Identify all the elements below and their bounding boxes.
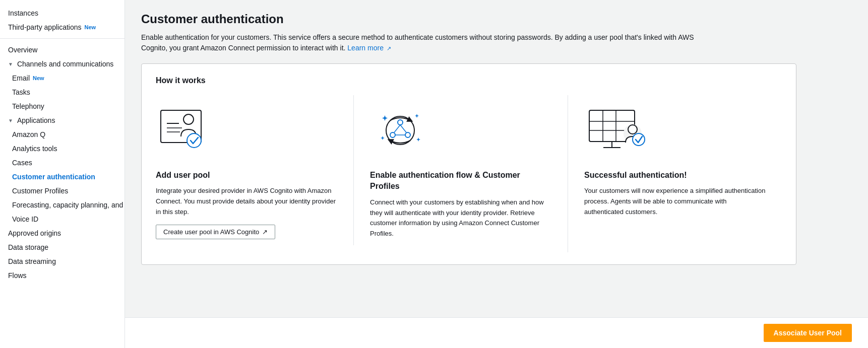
learn-more-link[interactable]: Learn more ↗ [347,44,391,52]
footer: Associate User Pool [125,317,868,348]
step-3: Successful authentication! Your customer… [568,95,782,231]
steps-container: Add user pool Integrate your desired pro… [156,95,782,252]
sidebar-item-data-streaming[interactable]: Data streaming [0,254,125,268]
sidebar-item-overview[interactable]: Overview [0,43,125,57]
sidebar-item-label: Cases [12,159,32,167]
sidebar-item-voice-id[interactable]: Voice ID [0,212,125,226]
how-it-works-card: How it works [141,63,796,265]
sidebar-item-tasks[interactable]: Tasks [0,85,125,99]
sidebar-item-label: Telephony [12,102,44,110]
sidebar-item-label: Data storage [8,243,48,251]
svg-point-7 [398,120,403,125]
step-1: Add user pool Integrate your desired pro… [156,95,354,245]
new-badge: New [33,75,44,81]
svg-point-4 [183,114,194,124]
sidebar-item-label: Channels and communications [17,60,113,68]
sidebar-item-label: Flows [8,271,27,280]
sidebar-item-email[interactable]: EmailNew [0,71,125,85]
chevron-icon: ▼ [8,118,13,123]
step-1-title: Add user pool [156,170,337,181]
svg-point-8 [390,132,395,137]
main-panel: Customer authentication Enable authentic… [125,0,868,348]
associate-user-pool-button[interactable]: Associate User Pool [764,324,852,342]
step-3-description: Your customers will now experience a sim… [584,186,766,217]
svg-point-22 [633,133,645,146]
sidebar-item-label: Tasks [12,88,30,96]
sidebar-item-customer-profiles[interactable]: Customer Profiles [0,184,125,198]
page-title: Customer authentication [141,12,852,26]
step-2-icon-area [370,101,551,162]
create-user-pool-button[interactable]: Create user pool in AWS Cognito ↗ [156,225,275,239]
svg-line-11 [400,125,406,132]
sidebar-item-label: Analytics tools [12,145,57,153]
step-2-icon [370,106,430,157]
step-1-icon-area [156,101,337,162]
sidebar-item-amazon-q[interactable]: Amazon Q [0,127,125,142]
sidebar-item-label: Forecasting, capacity planning, and sche… [12,201,125,209]
new-badge: New [85,24,96,30]
sidebar-item-label: Applications [17,116,55,124]
page-description: Enable authentication for your customers… [141,32,696,53]
sidebar-item-customer-auth[interactable]: Customer authentication [0,170,125,184]
svg-line-10 [394,125,400,132]
sidebar-item-label: Customer authentication [12,173,95,181]
step-2: Enable authentication flow & Customer Pr… [354,95,568,252]
sidebar-item-label: Overview [8,46,37,54]
sidebar-item-data-storage[interactable]: Data storage [0,240,125,254]
sidebar-item-label: Data streaming [8,257,56,265]
how-it-works-title: How it works [156,76,782,85]
step-2-title: Enable authentication flow & Customer Pr… [370,170,551,192]
sidebar-item-analytics-tools[interactable]: Analytics tools [0,142,125,156]
sidebar-item-approved-origins[interactable]: Approved origins [0,226,125,240]
sidebar-item-flows[interactable]: Flows [0,268,125,283]
svg-point-21 [628,125,637,134]
step-3-icon [584,106,650,157]
external-icon: ↗ [262,228,268,236]
sidebar: InstancesThird-party applicationsNewOver… [0,0,125,348]
sidebar-item-label: Email [12,74,30,82]
sidebar-item-label: Approved origins [8,229,61,237]
svg-point-9 [405,132,410,137]
sidebar-item-cases[interactable]: Cases [0,156,125,170]
step-1-description: Integrate your desired provider in AWS C… [156,186,337,217]
sidebar-item-label: Third-party applications [8,23,82,31]
external-link-icon: ↗ [387,45,391,51]
svg-point-5 [187,133,201,148]
sidebar-item-label: Amazon Q [12,130,45,138]
sidebar-item-telephony[interactable]: Telephony [0,99,125,113]
sidebar-item-instances[interactable]: Instances [0,6,125,20]
sidebar-divider [0,38,125,39]
step-2-description: Connect with your customers by establish… [370,197,551,239]
step-3-icon-area [584,101,766,162]
sidebar-item-channels[interactable]: ▼Channels and communications [0,57,125,71]
step-1-icon [156,106,216,157]
chevron-icon: ▼ [8,61,13,67]
step-3-title: Successful authentication! [584,170,766,181]
sidebar-item-label: Instances [8,9,38,17]
sidebar-item-forecasting[interactable]: Forecasting, capacity planning, and sche… [0,198,125,212]
sidebar-item-label: Customer Profiles [12,187,68,195]
sidebar-item-applications[interactable]: ▼Applications [0,113,125,127]
description-text: Enable authentication for your customers… [141,33,694,52]
sidebar-item-label: Voice ID [12,215,38,223]
sidebar-item-third-party[interactable]: Third-party applicationsNew [0,20,125,34]
